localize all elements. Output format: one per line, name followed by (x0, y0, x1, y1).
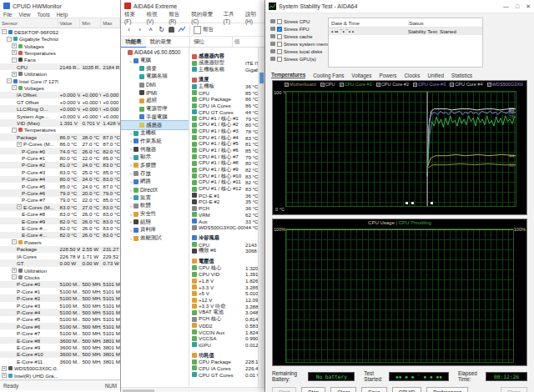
sensor-row[interactable]: PCH36 °C (192, 205, 258, 212)
sidebar-item[interactable]: ›多媒體 (121, 162, 189, 170)
sidebar-item[interactable]: ›效能測試 (121, 234, 189, 243)
sensor-row[interactable]: CPU #1 / 核心 #779 °C (192, 153, 258, 160)
sidebar-item[interactable]: ›裝置 (121, 193, 189, 202)
menu-item[interactable]: Help (53, 12, 71, 18)
sensor-row[interactable]: CPU #1 / 核心 #1083 °C (192, 173, 258, 179)
table-row[interactable]: P-Core #480.0 °C24.0 °C83.0 °C (0, 176, 120, 183)
table-row[interactable]: −Intel Core i7 1270... (0, 78, 120, 84)
legend-checkbox[interactable]: ✓ (376, 83, 380, 87)
sensor-row[interactable]: CPU #1 / 核心 #1283 °C (192, 186, 258, 193)
stability-titlebar[interactable]: System Stability Test - AIDA64 —□✕ (265, 0, 534, 13)
column-header[interactable]: Sensor (0, 18, 58, 28)
menu-item[interactable]: 我的最愛(C) (188, 11, 219, 24)
table-row[interactable]: +Voltages (0, 43, 120, 49)
table-row[interactable]: +Utilization (0, 70, 120, 77)
sensor-row[interactable]: +3.3 V 待命3.288 V (192, 303, 258, 309)
collapse-icon[interactable]: − (7, 37, 12, 42)
sidebar-item[interactable]: ›網路 (121, 178, 189, 186)
sensor-row[interactable]: 主機板名稱Gigabyte B6 (192, 66, 258, 73)
expand-icon[interactable]: + (17, 204, 22, 209)
table-row[interactable]: System Age...+0.000 V+0.000 V+0.000 V (0, 113, 120, 119)
refresh-icon[interactable]: ↻ (158, 26, 165, 33)
table-row[interactable]: P-Core #281.0 °C24.0 °C83.0 °C (0, 162, 120, 168)
sidebar-item[interactable]: DMI (121, 81, 189, 89)
close-button[interactable]: ✕ (526, 3, 531, 10)
sensor-row[interactable]: WDS500G3X0C-00SJG044 °C (192, 224, 258, 231)
table-row[interactable]: P-Core #75100 M...500 MHz5101 M... (0, 329, 120, 336)
sensor-row[interactable]: 感應器類型ITE IT8689E (192, 60, 258, 67)
chart-icon[interactable] (178, 26, 186, 33)
stress-option[interactable]: ✓Stress FPU (270, 25, 325, 33)
table-row[interactable]: GT Offset+0.000 V+0.000 V+0.000 V (0, 98, 120, 105)
aida64-horizontal-scrollbar[interactable] (121, 387, 264, 392)
sensor-row[interactable]: Aux33 °C (192, 218, 258, 224)
user-icon[interactable] (169, 27, 174, 33)
back-icon[interactable]: ‹ (125, 26, 133, 33)
table-row[interactable]: E-Core #93600 M...500 MHz3801 M... (0, 344, 120, 350)
section-header[interactable]: 感應器內容 (192, 53, 258, 60)
sidebar-item[interactable]: ⌄電腦 (121, 57, 189, 65)
legend-checkbox[interactable]: ✓ (285, 83, 289, 87)
sensor-row[interactable]: +3.3 V3.285 V (192, 284, 258, 290)
aida64-vertical-scrollbar[interactable] (258, 48, 264, 387)
checkbox[interactable] (277, 57, 282, 62)
save-button[interactable]: Save (361, 387, 386, 392)
table-row[interactable]: +Utilization (0, 267, 120, 274)
tab-voltages[interactable]: Voltages (351, 73, 371, 78)
sidebar-item[interactable]: ›存放 (121, 169, 189, 178)
sidebar-item[interactable]: ›DirectX (121, 186, 189, 194)
table-row[interactable]: P-Core #779.0 °C22.0 °C85.0 °C (0, 197, 120, 204)
table-row[interactable]: P-Core #25100 M...500 MHz5101 M... (0, 294, 120, 301)
sensor-row[interactable]: 主機板36 °C (192, 83, 258, 90)
table-row[interactable]: E-Core #83600 M...500 MHz3801 M... (0, 337, 120, 344)
table-row[interactable]: P-Core #679.0 °C20.0 °C79.0 °C (0, 189, 120, 196)
maximize-button[interactable]: □ (516, 3, 519, 10)
column-header[interactable]: Max (101, 18, 120, 28)
column-header[interactable]: Min (80, 18, 101, 28)
log-row[interactable]: ▪ ▪▪ ¯▪ ¯▪ ▪ Stability Test: Started (329, 28, 482, 35)
table-row[interactable]: P-Core #383.0 °C25.0 °C85.0 °C (0, 168, 120, 175)
table-row[interactable]: −Voltages (0, 84, 120, 91)
tab-我的最愛[interactable]: 我的最愛 (146, 37, 176, 47)
minimize-button[interactable]: — (503, 3, 509, 10)
checkbox[interactable] (277, 49, 282, 54)
stop-button[interactable]: Stop (301, 387, 325, 392)
legend-entry[interactable]: ✓CPU Core #4 (450, 82, 482, 87)
sensor-row[interactable]: CPU85 °C (192, 89, 258, 96)
sensor-row[interactable]: CPU IA Cores226.43 W (192, 365, 258, 372)
table-row[interactable]: E-Core #...82.0 °C26.0 °C83.0 °C (0, 232, 120, 239)
table-row[interactable]: P-Core #05100 M...500 MHz5101 M... (0, 281, 120, 288)
table-row[interactable]: Package228.50 W2.55 W231.27 W (0, 246, 120, 253)
tab-statistics[interactable]: Statistics (451, 73, 472, 78)
table-row[interactable]: VID (Max)1.391 V0.701 V1.428 V (0, 119, 120, 126)
legend-checkbox[interactable]: ✓ (487, 83, 491, 87)
tab-功能表[interactable]: 功能表 (121, 37, 146, 48)
sensor-row[interactable]: CPU IA Cores86 °C (192, 103, 258, 109)
menu-item[interactable]: 檔案(F) (121, 11, 143, 24)
sidebar-item[interactable]: ›主機板 (121, 129, 189, 138)
table-row[interactable]: Package86.0 °C28.0 °C87.0 °C (0, 133, 120, 140)
sidebar-item[interactable]: 超頻 (121, 97, 189, 105)
sidebar-item[interactable]: ›組態 (121, 218, 189, 226)
legend-entry[interactable]: ✓CPU (320, 82, 335, 87)
section-header[interactable]: 電壓值 (192, 259, 258, 265)
sensor-row[interactable]: CPU Package228.15 W (192, 359, 258, 365)
sensor-row[interactable]: CPU #1 / 核心 #982 °C (192, 167, 258, 173)
tab-clocks[interactable]: Clocks (404, 73, 420, 78)
legend-entry[interactable]: ✓Motherboard (285, 82, 316, 87)
tab-temperatures[interactable]: Temperatures (271, 72, 305, 78)
expand-icon[interactable]: + (17, 142, 22, 147)
sensor-row[interactable]: CPU #1 / 核心 #179 °C (192, 115, 258, 122)
cpuid-button[interactable]: CPUID (392, 387, 422, 392)
table-row[interactable]: +Temperatures (0, 49, 120, 56)
sensor-row[interactable]: CPU 核心1.320 V (192, 264, 258, 271)
expand-icon[interactable]: + (12, 50, 17, 55)
sidebar-item[interactable]: IPMI (121, 88, 189, 97)
table-row[interactable]: −Gigabyte Technol... (0, 35, 120, 42)
table-row[interactable]: −DESKTOP-96F0S2C (0, 28, 120, 35)
collapse-icon[interactable]: − (12, 274, 17, 279)
legend-checkbox[interactable]: ✓ (340, 83, 344, 87)
legend-entry[interactable]: ✓WDS500G3X0C-00SJG0 (487, 82, 523, 87)
collapse-icon[interactable]: − (12, 85, 17, 90)
table-row[interactable]: −Temperatures (0, 127, 120, 133)
